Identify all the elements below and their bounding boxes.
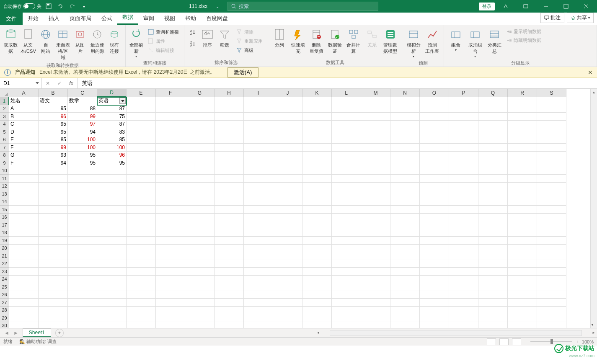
- cell[interactable]: [244, 175, 273, 183]
- cell[interactable]: 94: [68, 128, 97, 136]
- cell[interactable]: [244, 268, 273, 276]
- cell[interactable]: [127, 283, 156, 291]
- cell[interactable]: [39, 322, 68, 328]
- cell[interactable]: [244, 307, 273, 315]
- cell[interactable]: 99: [39, 144, 68, 152]
- cell[interactable]: [156, 214, 185, 222]
- cell[interactable]: [332, 314, 361, 322]
- cell[interactable]: [508, 229, 537, 237]
- cell[interactable]: [97, 322, 127, 328]
- cell[interactable]: [420, 206, 449, 214]
- cell[interactable]: [361, 260, 390, 268]
- cell[interactable]: [39, 167, 68, 175]
- cell[interactable]: [332, 260, 361, 268]
- filter-button[interactable]: 筛选: [217, 27, 233, 49]
- cell[interactable]: [127, 229, 156, 237]
- cell[interactable]: [273, 229, 302, 237]
- cell[interactable]: [244, 121, 273, 129]
- cell[interactable]: [449, 314, 478, 322]
- cell[interactable]: [390, 121, 420, 129]
- cell[interactable]: 96: [39, 113, 68, 121]
- row-header[interactable]: 10: [0, 167, 9, 175]
- cell[interactable]: [537, 237, 566, 245]
- coming-soon-icon[interactable]: [496, 0, 515, 12]
- cell[interactable]: [420, 159, 449, 167]
- cell[interactable]: [537, 105, 566, 113]
- cell[interactable]: [68, 175, 97, 183]
- refresh-all-button[interactable]: 全部刷新▾: [128, 27, 144, 59]
- cell[interactable]: 85: [97, 136, 127, 144]
- cell[interactable]: [390, 113, 420, 121]
- cell[interactable]: [537, 152, 566, 160]
- cell[interactable]: [478, 128, 508, 136]
- column-header[interactable]: E: [127, 89, 156, 97]
- cell[interactable]: [508, 314, 537, 322]
- cell[interactable]: [361, 136, 390, 144]
- whatif-button[interactable]: 模拟分析▾: [405, 27, 423, 59]
- cell[interactable]: [97, 245, 127, 253]
- cell[interactable]: [508, 260, 537, 268]
- cell[interactable]: [273, 121, 302, 129]
- cell[interactable]: [9, 307, 39, 315]
- cell[interactable]: [420, 307, 449, 315]
- cell[interactable]: [302, 183, 332, 191]
- cell[interactable]: [537, 299, 566, 307]
- cell[interactable]: [9, 291, 39, 299]
- cell[interactable]: [390, 152, 420, 160]
- cell[interactable]: [302, 152, 332, 160]
- comments-button[interactable]: 批注: [540, 13, 564, 23]
- cell[interactable]: [420, 260, 449, 268]
- cell[interactable]: [97, 307, 127, 315]
- cell[interactable]: [332, 97, 361, 105]
- cell[interactable]: [361, 105, 390, 113]
- cell[interactable]: [127, 221, 156, 229]
- column-header[interactable]: G: [185, 89, 215, 97]
- cell[interactable]: 95: [68, 159, 97, 167]
- cell[interactable]: [244, 105, 273, 113]
- cell[interactable]: [215, 307, 244, 315]
- cell[interactable]: [332, 237, 361, 245]
- cell[interactable]: [185, 252, 215, 260]
- cell[interactable]: [332, 190, 361, 198]
- cell[interactable]: [302, 206, 332, 214]
- cell[interactable]: [273, 190, 302, 198]
- cell[interactable]: [537, 268, 566, 276]
- cell[interactable]: [478, 299, 508, 307]
- cell[interactable]: [273, 322, 302, 328]
- cell[interactable]: [185, 183, 215, 191]
- cell[interactable]: [302, 144, 332, 152]
- cell[interactable]: 100: [68, 136, 97, 144]
- cell[interactable]: [537, 97, 566, 105]
- cell[interactable]: [244, 136, 273, 144]
- cell[interactable]: [185, 105, 215, 113]
- cell[interactable]: [127, 314, 156, 322]
- cell[interactable]: [508, 291, 537, 299]
- cell[interactable]: [273, 283, 302, 291]
- cell[interactable]: [449, 283, 478, 291]
- cell[interactable]: [537, 144, 566, 152]
- cell[interactable]: [9, 214, 39, 222]
- login-button[interactable]: 登录: [479, 3, 495, 10]
- cell[interactable]: [185, 113, 215, 121]
- cell[interactable]: [244, 167, 273, 175]
- cell[interactable]: [244, 144, 273, 152]
- cell[interactable]: [156, 221, 185, 229]
- cell[interactable]: [39, 221, 68, 229]
- cell[interactable]: [508, 113, 537, 121]
- cell[interactable]: [361, 183, 390, 191]
- row-header[interactable]: 8: [0, 152, 9, 160]
- cell[interactable]: [215, 183, 244, 191]
- cell[interactable]: [537, 252, 566, 260]
- cell[interactable]: [215, 291, 244, 299]
- cell[interactable]: [185, 245, 215, 253]
- autosave-toggle[interactable]: 自动保存 关: [3, 3, 41, 10]
- cell[interactable]: [332, 291, 361, 299]
- cell[interactable]: [390, 245, 420, 253]
- cell[interactable]: [156, 190, 185, 198]
- cell[interactable]: [390, 198, 420, 206]
- cell[interactable]: [420, 237, 449, 245]
- cell[interactable]: [390, 159, 420, 167]
- cell[interactable]: [420, 322, 449, 328]
- cell[interactable]: [478, 260, 508, 268]
- cell[interactable]: [244, 276, 273, 284]
